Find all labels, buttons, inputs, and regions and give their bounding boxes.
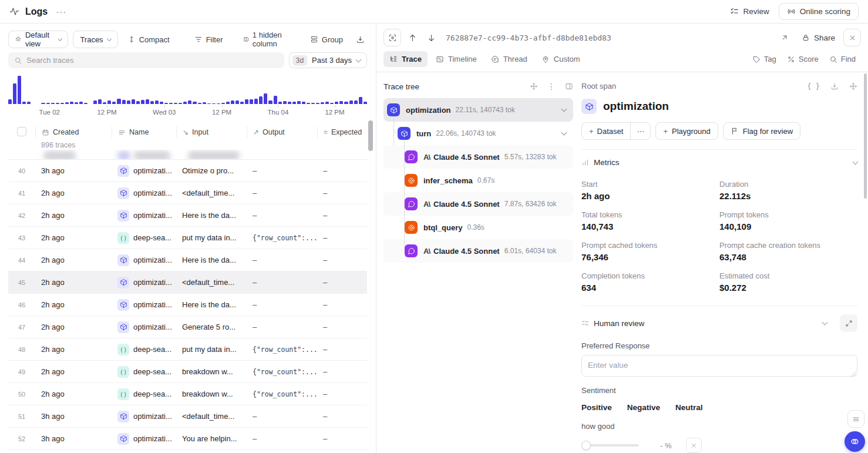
compact-button[interactable]: Compact [123,31,174,48]
input-cell: Here is the da... [176,211,247,220]
table-row[interactable]: 513h agooptimizati...<default_time...–– [8,405,367,428]
online-scoring-button[interactable]: Online scoring [779,3,859,20]
table-row[interactable]: 422h agooptimizati...Here is the da...–– [8,204,367,227]
table-row[interactable]: 412h agooptimizati...<default_time...–– [8,182,367,204]
filter-icon [194,35,203,43]
focus-trace-button[interactable] [383,29,401,46]
sentiment-negative-button[interactable]: Negative [627,403,660,412]
expand-review-button[interactable] [840,314,857,332]
tab-timeline[interactable]: Timeline [430,51,483,67]
right-scrollbar-thumb[interactable] [864,73,867,199]
table-row[interactable]: 492h ago()deep-sea...breakdown w...{"row… [8,361,367,383]
expected-cell: – [317,278,367,287]
created-cell: 2h ago [35,189,112,197]
tree-node-turn[interactable]: turn22.06s, 140743 tok [383,122,573,145]
tab-thread[interactable]: Thread [485,51,533,67]
bar-chart-icon [581,159,589,166]
trace-tabs: TraceTimelineThreadCustom Tag Score Find [376,50,868,72]
column-header-output[interactable]: ↗Output [247,126,317,138]
search-input[interactable] [26,56,278,65]
search-traces-box[interactable] [8,52,284,68]
hidden-column-button[interactable]: 1 hidden column [238,31,298,48]
histogram-bar [13,83,16,104]
tree-node-claude-4-5-sonnet[interactable]: A\Claude 4.5 Sonnet6.01s, 64034 tok [383,239,573,263]
left-scrollbar-thumb[interactable] [368,120,373,151]
tree-node-claude-4-5-sonnet[interactable]: A\Claude 4.5 Sonnet7.87s, 63426 tok [383,192,573,216]
clear-score-button[interactable] [686,438,702,453]
search-icon [14,56,22,65]
table-row[interactable]: 442h agooptimizati...Here is the da...–– [8,249,367,271]
input-cell: breakdown w... [176,390,247,398]
human-review-section-header[interactable]: Human review [581,314,857,332]
flag-icon [731,127,739,135]
page-menu-button[interactable]: ··· [56,6,66,16]
tree-node-infer-schema[interactable]: infer_schema0.67s [383,169,573,192]
function-span-icon: () [117,232,129,244]
time-range-selector[interactable]: 3d Past 3 days [289,52,367,68]
find-button[interactable]: Find [824,51,861,67]
chevron-down-icon [822,320,828,326]
json-view-icon[interactable]: { } [807,82,820,90]
arrow-up-right-icon: ↗ [253,128,259,136]
tool-span-icon [405,221,418,234]
tool-span-icon [405,174,418,187]
slider-knob[interactable] [581,441,591,450]
histogram-bar [41,103,45,104]
add-to-dataset-button[interactable]: + Dataset [582,123,630,139]
export-button[interactable] [354,31,367,48]
column-header-created[interactable]: Created [35,126,112,138]
view-selector[interactable]: Default view [8,31,68,48]
tag-button[interactable]: Tag [747,51,782,67]
table-row[interactable]: 502h ago()deep-sea...breakdown w...{"row… [8,383,367,405]
review-button[interactable]: Review [724,4,775,19]
sentiment-neutral-button[interactable]: Neutral [675,403,703,412]
next-trace-button[interactable] [423,29,439,46]
group-button[interactable]: Group [305,31,348,48]
tab-custom[interactable]: Custom [536,51,586,67]
assistant-fab[interactable] [845,431,865,452]
download-icon[interactable] [830,82,839,90]
metric-completion-tokens: Completion tokens634 [581,271,719,293]
table-row[interactable]: 403h agooptimizati...Otimize o pro...–– [8,160,367,182]
panel-layout-icon[interactable] [565,82,573,90]
table-row[interactable]: 482h ago()deep-sea...put my data in...{"… [8,338,367,361]
traces-selector[interactable]: Traces [73,31,117,48]
move-icon[interactable] [530,82,538,90]
histogram-bar [359,97,362,104]
name-cell: ()deep-sea... [112,366,176,378]
column-header-name[interactable]: Name [112,126,176,138]
column-header-input[interactable]: ↘Input [176,126,247,138]
row-number: 51 [8,413,35,420]
filter-button[interactable]: Filter [190,31,228,48]
select-all-checkbox[interactable] [17,127,26,136]
table-row[interactable]: 472h agooptimizati...Generate 5 ro...–– [8,316,367,338]
table-row[interactable]: 523h agooptimizati...You are helpin...–– [8,428,367,450]
dataset-more-button[interactable]: ⋯ [630,123,650,139]
flag-for-review-button[interactable]: Flag for review [723,122,800,140]
tab-trace[interactable]: Trace [383,51,428,67]
updown-icon [127,35,136,43]
score-button[interactable]: Score [782,51,824,67]
share-button[interactable]: Share [797,30,840,46]
tree-menu-icon[interactable]: ⋮ [547,82,556,91]
prev-trace-button[interactable] [405,29,420,46]
close-panel-button[interactable] [843,29,861,46]
column-header-expected[interactable]: =Expected [317,126,367,138]
tree-node-optimization[interactable]: optimization22.11s, 140743 tok [383,98,573,122]
sentiment-positive-button[interactable]: Positive [581,403,612,412]
preferred-response-input[interactable] [581,355,857,377]
tree-node-claude-4-5-sonnet[interactable]: A\Claude 4.5 Sonnet5.57s, 13283 tok [383,145,573,169]
table-row[interactable]: 452h agooptimizati...<default_time...–– [8,271,367,294]
review-menu-button[interactable] [847,410,864,428]
histogram-bar [207,103,211,104]
open-fullscreen-button[interactable] [776,29,793,46]
score-slider[interactable] [581,440,639,451]
name-cell: optimizati... [112,321,176,333]
created-cell: 2h ago [35,345,112,354]
table-row[interactable]: 462h agooptimizati...Here is the da...–– [8,294,367,316]
move-icon[interactable] [849,82,857,90]
tree-node-btql-query[interactable]: btql_query0.36s [383,216,573,239]
table-row[interactable]: 432h ago()deep-sea...put my data in...{"… [8,227,367,249]
metrics-section-header[interactable]: Metrics [581,158,857,167]
playground-button[interactable]: + Playground [655,122,718,140]
